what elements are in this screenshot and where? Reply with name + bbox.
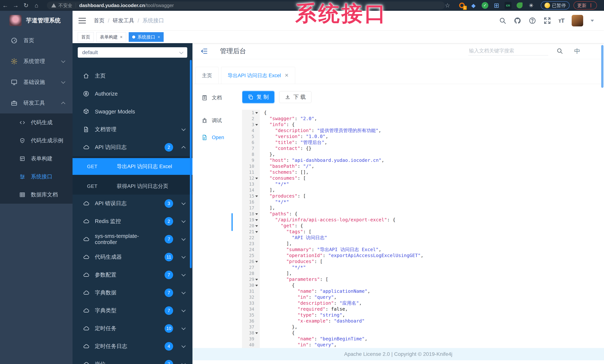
swagger-item-sys-sms-template-controller[interactable]: sys-sms-template-controller7 [73, 230, 192, 248]
extension-icon[interactable]: ⊞ [492, 1, 501, 10]
swagger-item-参数配置[interactable]: 参数配置7 [73, 266, 192, 284]
fold-caret-icon[interactable] [255, 285, 258, 287]
endpoint-导出API 访问日志 Excel[interactable]: GET导出API 访问日志 Excel [73, 158, 192, 175]
font-size-icon[interactable]: тT [558, 17, 564, 24]
fold-caret-icon[interactable] [255, 196, 258, 197]
extension-icon[interactable]: cn [504, 1, 512, 10]
sidebar-item-系统管理[interactable]: 系统管理 [0, 51, 73, 72]
browser-home-icon[interactable]: ⌂ [31, 0, 42, 11]
endpoint-获得API 访问日志分页[interactable]: GET获得API 访问日志分页 [73, 180, 192, 192]
swagger-item-Redis 监控[interactable]: Redis 监控2 [73, 213, 192, 230]
swagger-item-代码生成器[interactable]: 代码生成器11 [73, 248, 192, 266]
sidebar-item-首页[interactable]: 首页 [0, 30, 73, 51]
line-number: 1 [242, 110, 260, 116]
browser-forward-icon[interactable]: → [10, 0, 21, 11]
extension-icon[interactable]: ✓ [481, 1, 489, 10]
tag-系统接口[interactable]: 系统接口× [129, 32, 164, 42]
kebab-menu-icon[interactable]: ⋮ [588, 3, 593, 8]
hamburger-icon[interactable] [78, 16, 86, 25]
footer: Apache License 2.0 | Copyright © 2019-Kn… [192, 348, 604, 360]
group-select[interactable]: default [78, 47, 187, 58]
fold-caret-icon[interactable] [255, 261, 258, 263]
fold-caret-icon[interactable] [255, 231, 258, 233]
browser-reload-icon[interactable]: ↻ [21, 0, 31, 11]
sidebar-scrollbar[interactable] [190, 60, 192, 268]
help-icon[interactable] [529, 17, 536, 24]
sidebar-subitem-代码生成示例[interactable]: 代码生成示例 [0, 131, 73, 150]
fold-caret-icon[interactable] [255, 279, 258, 280]
breadcrumb-item[interactable]: 研发工具 [113, 17, 134, 24]
app-logo-row[interactable]: 芋道管理系统 [0, 11, 73, 30]
breadcrumb-item[interactable]: 首页 [94, 17, 104, 24]
code-line: "in": "query", [264, 342, 604, 348]
language-toggle[interactable]: 中 [574, 47, 580, 55]
search-icon[interactable] [556, 48, 563, 54]
fullscreen-icon[interactable] [543, 17, 551, 24]
swagger-item-label: Swagger Models [95, 109, 135, 115]
swagger-item-主页[interactable]: 主页 [73, 67, 192, 85]
menu-fold-icon[interactable] [200, 47, 208, 55]
paused-chip[interactable]: 已暂停 [541, 1, 570, 10]
chevron-down-icon [181, 272, 186, 276]
search-icon[interactable] [499, 17, 506, 24]
sidebar-item-基础设施[interactable]: 基础设施 [0, 72, 73, 93]
doc-search-input[interactable] [468, 47, 548, 55]
swagger-item-字典数据[interactable]: 字典数据7 [73, 284, 192, 302]
extension-icon[interactable] [516, 1, 524, 10]
line-number: 13 [242, 181, 260, 187]
swagger-item-Authorize[interactable]: Authorize [73, 85, 192, 103]
mini-nav-文档[interactable]: 文档 [201, 94, 222, 101]
extensions-row: 1 ◆ ✓ ⊞ cn ✳ [458, 1, 535, 10]
sidebar-subitem-表单构建[interactable]: 表单构建 [0, 150, 73, 168]
swagger-item-定时任务日志[interactable]: 定时任务日志4 [73, 337, 192, 355]
extension-icon[interactable]: ✳ [527, 1, 535, 10]
swagger-item-API 错误日志[interactable]: API 错误日志3 [73, 195, 192, 213]
github-icon[interactable] [514, 17, 521, 24]
fold-caret-icon[interactable] [255, 178, 258, 179]
fold-caret-icon[interactable] [255, 213, 258, 215]
fold-caret-icon[interactable] [255, 112, 258, 114]
mini-nav-调试[interactable]: 调试 [201, 117, 222, 124]
code-editor[interactable]: 1234567891011121314151617181920212223242… [242, 110, 604, 348]
fold-caret-icon[interactable] [255, 124, 258, 126]
editor-panel: 复 制 下 载 12345678910111213141516171819202… [242, 84, 604, 348]
sidebar-subitem-代码生成[interactable]: 代码生成 [0, 113, 73, 131]
swagger-sidebar: default 主页AuthorizeSwagger Models文档管理API… [73, 43, 192, 364]
sidebar-subitem-数据库文档[interactable]: 数据库文档 [0, 186, 73, 204]
sidebar-subitem-系统接口[interactable]: 系统接口 [0, 168, 73, 186]
swagger-item-Swagger Models[interactable]: Swagger Models [73, 103, 192, 121]
fold-caret-icon[interactable] [255, 219, 258, 221]
bookmark-star-icon[interactable]: ☆ [445, 2, 450, 9]
avatar[interactable] [572, 15, 583, 26]
mini-nav-Open[interactable]: Open [201, 134, 224, 141]
sidebar-item-研发工具[interactable]: 研发工具 [0, 93, 73, 113]
extension-icon[interactable]: ◆ [469, 1, 478, 10]
extension-icon[interactable]: 1 [458, 1, 466, 10]
tag-表单构建[interactable]: 表单构建× [96, 32, 126, 42]
topbar-icons: тT [499, 15, 594, 26]
line-number: 36 [242, 318, 260, 324]
swagger-item-API 访问日志[interactable]: API 访问日志2 [73, 138, 192, 156]
app-title: 芋道管理系统 [26, 17, 61, 24]
fold-caret-icon[interactable] [255, 332, 258, 334]
swagger-item-字典类型[interactable]: 字典类型7 [73, 302, 192, 320]
browser-back-icon[interactable]: ← [0, 0, 10, 11]
chevron-down-icon[interactable] [591, 20, 594, 22]
doc-tab-主页[interactable]: 主页 [195, 67, 218, 84]
close-icon[interactable]: × [158, 34, 160, 40]
download-button[interactable]: 下 载 [279, 91, 312, 103]
close-icon[interactable]: ✕ [285, 73, 289, 78]
fold-caret-icon[interactable] [255, 225, 258, 227]
tag-首页[interactable]: 首页 [78, 32, 94, 42]
code-line: "*/*" [264, 199, 604, 205]
doc-tab-导出API 访问日志 Excel[interactable]: 导出API 访问日志 Excel✕ [221, 67, 295, 84]
copy-button[interactable]: 复 制 [242, 91, 274, 103]
update-chip[interactable]: 更新 ⋮ [574, 1, 597, 10]
swagger-item-文档管理[interactable]: 文档管理 [73, 121, 192, 138]
content-scrollbar[interactable] [601, 45, 604, 88]
not-secure-label[interactable]: 不安全 [58, 2, 72, 9]
code-line: ], [264, 205, 604, 211]
swagger-item-岗位[interactable]: 岗位7 [73, 355, 192, 364]
swagger-item-定时任务[interactable]: 定时任务10 [73, 320, 192, 337]
close-icon[interactable]: × [120, 34, 123, 40]
